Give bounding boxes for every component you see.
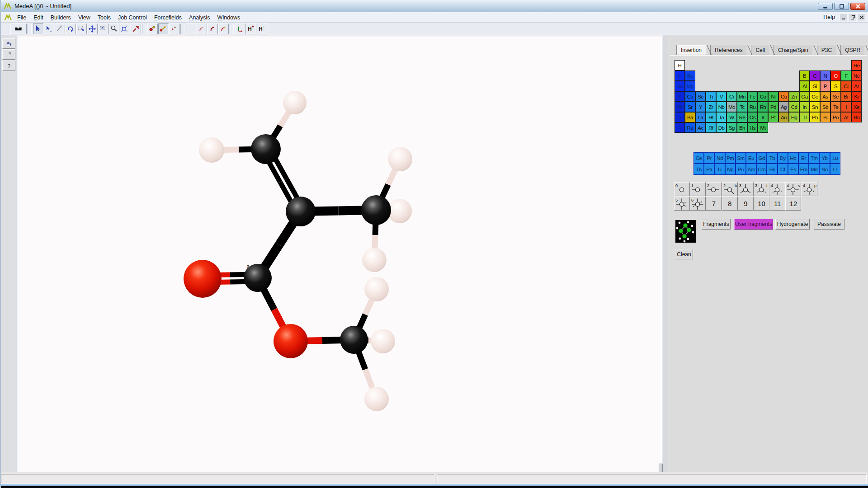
element-Hf[interactable]: Hf [706,112,716,122]
element-Ta[interactable]: Ta [716,112,726,122]
element-Lr[interactable]: Lr [830,164,840,175]
element-S[interactable]: S [830,81,841,91]
element-Ac[interactable]: Ac [695,122,706,133]
element-Au[interactable]: Au [778,112,789,122]
element-Pd[interactable]: Pd [768,102,778,112]
menu-forcefields[interactable]: Forcefields [151,14,185,22]
element-H[interactable]: H [675,60,685,70]
element-Cm[interactable]: Cm [756,164,767,175]
element-Th[interactable]: Th [693,164,704,175]
atom-H[interactable] [371,329,395,353]
coordination-11-button[interactable]: 11 [769,197,785,211]
child-minimize-button[interactable] [840,14,847,20]
element-Sc[interactable]: Sc [695,91,706,102]
element-Ba[interactable]: Ba [685,112,695,122]
element-U[interactable]: U [714,164,725,175]
atom-H[interactable] [199,137,224,163]
element-Ho[interactable]: Ho [788,152,798,164]
coordination-3-button[interactable]: 3 [738,182,754,196]
element-Y[interactable]: Y [695,102,706,112]
help-button[interactable]: ? [2,61,15,71]
menu-job-control[interactable]: Job Control [114,14,151,22]
tab-references[interactable]: References [710,45,746,55]
element-Fr[interactable]: Fr [675,122,685,133]
element-Bh[interactable]: Bh [737,122,747,133]
draw-line-tool[interactable] [55,23,65,34]
element-Tb[interactable]: Tb [767,152,777,164]
passivate-button[interactable]: Passivate [814,219,844,230]
element-Po[interactable]: Po [830,112,841,122]
element-B[interactable]: B [799,70,810,81]
element-Tm[interactable]: Tm [809,152,819,164]
element-Si[interactable]: Si [810,81,820,91]
coordination-12-button[interactable]: 12 [785,197,801,211]
atom-H[interactable] [387,199,412,223]
element-Cd[interactable]: Cd [789,102,799,112]
remove-hydrogen-tool[interactable]: H- [257,23,267,34]
atom-C[interactable] [361,195,391,225]
element-Sr[interactable]: Sr [685,102,695,112]
rotate-view-tool[interactable] [66,23,76,34]
element-Yb[interactable]: Yb [819,152,830,164]
element-Ru[interactable]: Ru [747,102,758,112]
cell-transform-tool[interactable] [120,23,130,34]
measure-tool[interactable] [131,23,141,34]
element-Re[interactable]: Re [737,112,747,122]
child-restore-button[interactable] [849,14,856,20]
element-Ir[interactable]: Ir [758,112,768,122]
menu-file[interactable]: File [14,14,30,22]
element-Ag[interactable]: Ag [778,102,789,112]
element-Nd[interactable]: Nd [714,152,725,164]
element-Pt[interactable]: Pt [768,112,778,122]
element-Es[interactable]: Es [788,164,798,175]
coordination-2-button[interactable]: 2 [706,182,722,196]
maximize-button[interactable] [834,3,849,10]
element-O[interactable]: O [830,70,841,81]
atom-H[interactable] [388,147,412,171]
atom-H[interactable] [362,248,387,272]
element-Mo[interactable]: Mo [726,102,737,112]
element-W[interactable]: W [726,112,737,122]
tab-p3c[interactable]: P3C [817,45,836,55]
coordination-4s-button[interactable]: 4s [785,182,801,196]
user-fragments-button[interactable]: User fragments [734,219,773,230]
coordination-5-button[interactable]: 5 [674,197,690,211]
element-Er[interactable]: Er [798,152,809,164]
element-Bi[interactable]: Bi [820,112,830,122]
menu-windows[interactable]: Windows [214,14,244,22]
menu-tools[interactable]: Tools [94,14,114,22]
element-Sm[interactable]: Sm [736,152,746,164]
element-Cf[interactable]: Cf [778,164,788,175]
element-I[interactable]: I [841,102,851,112]
add-atom-tool[interactable] [147,23,158,34]
atom-O[interactable] [184,260,222,298]
tab-cell[interactable]: Cell [751,45,769,55]
element-Sn[interactable]: Sn [810,102,820,112]
coordination-4p-button[interactable]: 4p [802,182,817,196]
edit-atoms-tool[interactable] [169,23,179,34]
add-hydrogen-tool[interactable]: H+ [246,23,256,34]
element-Tl[interactable]: Tl [799,112,810,122]
menu-edit[interactable]: Edit [30,14,47,22]
element-Zn[interactable]: Zn [789,91,799,102]
element-Rf[interactable]: Rf [706,122,716,133]
zoom-tool[interactable] [109,23,119,34]
atom-H[interactable] [283,91,307,114]
undo-button[interactable] [2,38,15,49]
atom-H[interactable] [364,387,389,411]
atom-H[interactable] [364,277,389,301]
element-Pb[interactable]: Pb [810,112,820,122]
coordination-8-button[interactable]: 8 [722,197,738,211]
element-Mg[interactable]: Mg [685,81,695,91]
element-Ce[interactable]: Ce [693,152,704,164]
element-Co[interactable]: Co [758,91,768,102]
fragments-button[interactable]: Fragments [702,219,731,230]
coordination-1-button[interactable]: 1 [690,182,706,196]
element-Gd[interactable]: Gd [756,152,767,164]
element-La[interactable]: La [695,112,706,122]
coordination-3t-button[interactable]: 3t [754,182,769,196]
element-Ni[interactable]: Ni [768,91,778,102]
element-Cu[interactable]: Cu [778,91,789,102]
axes-tool[interactable] [235,23,245,34]
element-Tc[interactable]: Tc [737,102,747,112]
